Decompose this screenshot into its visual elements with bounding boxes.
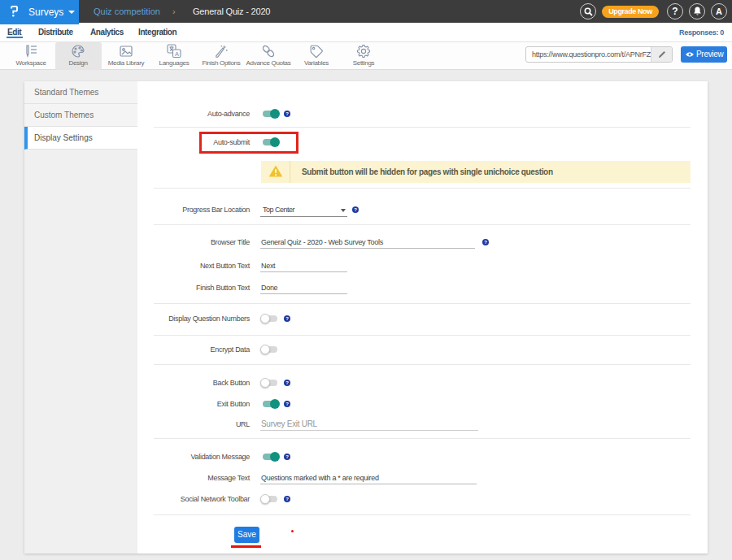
svg-text:A: A bbox=[175, 50, 179, 58]
